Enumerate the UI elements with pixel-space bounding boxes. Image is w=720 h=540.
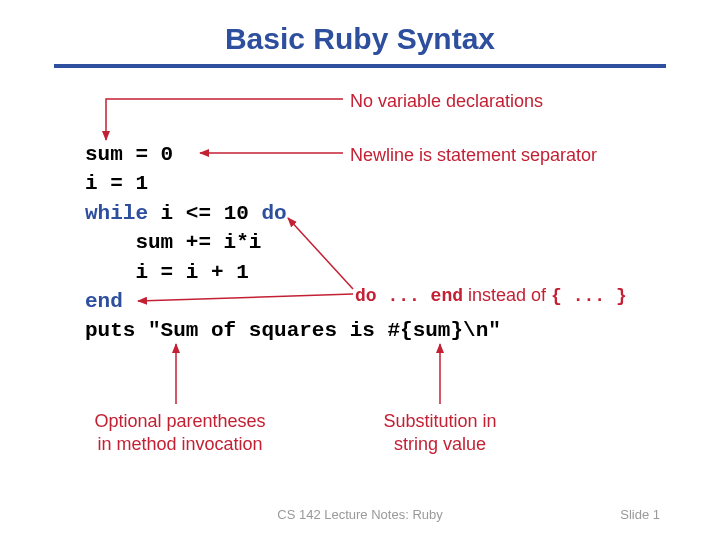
- footer-slide-number: Slide 1: [620, 507, 660, 522]
- footer-lecture-notes: CS 142 Lecture Notes: Ruby: [0, 507, 720, 522]
- code-line-4: sum += i*i: [85, 231, 261, 254]
- annotation-do-end-code1: do ... end: [355, 286, 463, 306]
- title-underline: [54, 64, 666, 68]
- annotation-do-end: do ... end instead of { ... }: [355, 284, 627, 308]
- annotation-subst-line1: Substitution in: [350, 410, 530, 433]
- annotation-opt-paren-line1: Optional parentheses: [75, 410, 285, 433]
- keyword-do: do: [261, 202, 286, 225]
- annotation-substitution: Substitution in string value: [350, 410, 530, 457]
- annotation-no-declarations: No variable declarations: [350, 90, 543, 113]
- annotation-optional-parentheses: Optional parentheses in method invocatio…: [75, 410, 285, 457]
- slide-title: Basic Ruby Syntax: [0, 0, 720, 64]
- code-line-3-mid: i <= 10: [148, 202, 261, 225]
- arrow-no-declarations: [106, 99, 343, 140]
- annotation-subst-line2: string value: [350, 433, 530, 456]
- annotation-newline-separator: Newline is statement separator: [350, 144, 597, 167]
- code-block: sum = 0 i = 1 while i <= 10 do sum += i*…: [85, 140, 501, 346]
- annotation-opt-paren-line2: in method invocation: [75, 433, 285, 456]
- annotation-do-end-text: instead of: [463, 285, 551, 305]
- code-line-2: i = 1: [85, 172, 148, 195]
- keyword-end: end: [85, 290, 123, 313]
- annotation-do-end-code2: { ... }: [551, 286, 627, 306]
- code-line-7: puts "Sum of squares is #{sum}\n": [85, 319, 501, 342]
- code-line-1: sum = 0: [85, 143, 173, 166]
- keyword-while: while: [85, 202, 148, 225]
- code-line-5: i = i + 1: [85, 261, 249, 284]
